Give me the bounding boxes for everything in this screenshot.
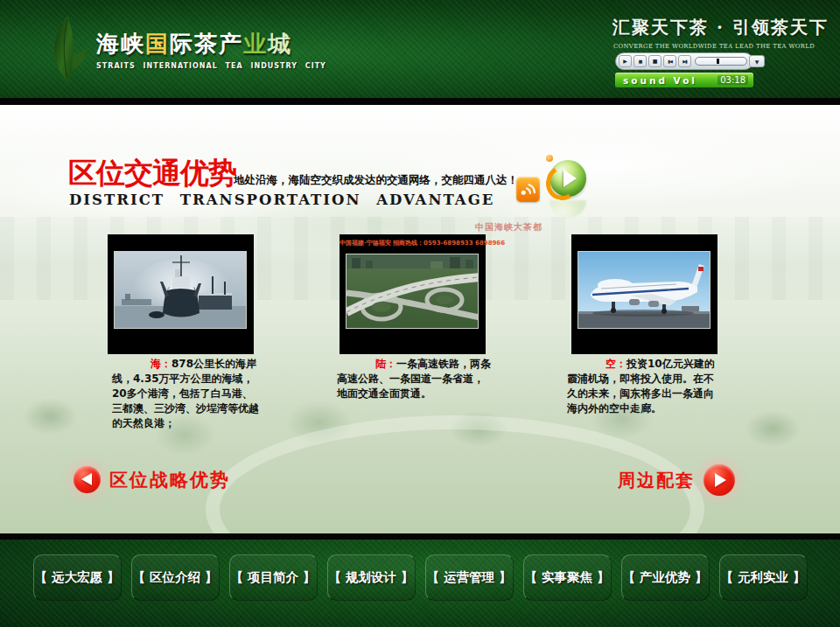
header: 海峡国际茶产业城 STRAITS INTERNATIONAL TEA INDUS… (0, 0, 840, 98)
stop-button[interactable]: ■ (648, 55, 662, 67)
caption-air: 空：投资10亿元兴建的霞浦机场，即将投入使用。在不久的未来，闽东将多出一条通向海… (567, 357, 723, 416)
video-panel-sea[interactable] (108, 234, 254, 354)
next-section-label[interactable]: 周边配套 (618, 469, 695, 492)
caption-sea-label: 海： (150, 358, 172, 370)
pause-button[interactable]: ▮▮ (634, 55, 647, 67)
prev-arrow-icon[interactable] (74, 466, 101, 493)
slogan: 汇聚天下茶 · 引领茶天下 CONVERGE THE WORLDWIDE TEA… (612, 16, 816, 50)
nav-button-vision[interactable]: 【 远大宏愿 】 (33, 554, 122, 601)
track-time: 03:18 (718, 75, 748, 85)
page-title-english: DISTRICT TRANSPORTATION ADVANTAGE (69, 192, 494, 208)
brand: 海峡国际茶产业城 STRAITS INTERNATIONAL TEA INDUS… (96, 29, 326, 70)
nav-button-news-focus[interactable]: 【 实事聚焦 】 (523, 554, 612, 601)
caption-sea-text: 878公里长的海岸线，4.35万平方公里的海域，20多个港湾，包括了白马港、三都… (112, 358, 259, 429)
previous-track-button[interactable]: ▮◀ (663, 55, 676, 67)
caption-land: 陆：一条高速铁路，两条高速公路、一条国道一条省道，地面交通全面贯通。 (337, 357, 491, 401)
cargo-ship-video[interactable] (114, 251, 247, 329)
nav-button-planning-design[interactable]: 【 规划设计 】 (327, 554, 416, 601)
caption-land-label: 陆： (375, 358, 396, 370)
caption-air-text: 投资10亿元兴建的霞浦机场，即将投入使用。在不久的未来，闽东将多出一条通向海内外… (567, 358, 715, 415)
slogan-en: CONVERGE THE WORLDWIDE TEA LEAD THE TEA … (612, 43, 816, 50)
nav-button-location-intro[interactable]: 【 区位介绍 】 (131, 554, 220, 601)
header-divider (0, 98, 840, 105)
right-triangle-icon (715, 473, 726, 487)
prev-section-link[interactable]: 区位战略优势 (74, 466, 230, 493)
next-track-button[interactable]: ▶▮ (678, 55, 691, 67)
media-player-icon[interactable] (544, 155, 588, 221)
site-title: 海峡国际茶产业城 (96, 29, 326, 59)
next-section-link[interactable]: 周边配套 (618, 464, 735, 496)
audio-player: ▶ ▮▮ ■ ▮◀ ▶▮ ▼ (615, 52, 753, 70)
prev-section-label[interactable]: 区位战略优势 (109, 468, 230, 492)
slogan-cn: 汇聚天下茶 · 引领茶天下 (612, 16, 816, 39)
nav-button-yuanli-industrial[interactable]: 【 元利实业 】 (719, 554, 808, 601)
media-player-orange-dot (546, 155, 553, 162)
page-title: 区位交通优势 (68, 154, 236, 193)
next-arrow-icon[interactable] (704, 464, 735, 496)
nav-button-project-brief[interactable]: 【 项目简介 】 (229, 554, 318, 601)
play-button[interactable]: ▶ (619, 55, 632, 67)
player-dropdown-button[interactable]: ▼ (749, 55, 765, 67)
nav-button-industry-advantage[interactable]: 【 产业优势 】 (621, 554, 710, 601)
media-player-reflection (550, 200, 586, 218)
footer-divider (0, 533, 840, 540)
video-panel-land[interactable]: 中国福建·宁德福安 招商热线：0593-6898933 6898966 (340, 234, 486, 354)
seek-slider[interactable] (695, 57, 747, 66)
highway-interchange-video[interactable] (346, 254, 479, 329)
footer-nav: 【 远大宏愿 】 【 区位介绍 】 【 项目简介 】 【 规划设计 】 【 运营… (0, 540, 840, 601)
site-subtitle: STRAITS INTERNATIONAL TEA INDUSTRY CITY (96, 62, 326, 70)
background-gate-sign: 中国海峡大茶都 (475, 221, 542, 233)
tea-leaf-logo-icon (46, 14, 89, 87)
seek-slider-thumb[interactable] (717, 59, 719, 64)
volume-bar: sound Vol 03:18 (615, 73, 753, 87)
sound-icon[interactable] (516, 177, 540, 202)
nav-button-operation-management[interactable]: 【 运营管理 】 (425, 554, 514, 601)
caption-land-text: 一条高速铁路，两条高速公路、一条国道一条省道，地面交通全面贯通。 (337, 358, 491, 400)
airport-plane-video[interactable] (578, 251, 710, 329)
page: 海峡国际茶产业城 STRAITS INTERNATIONAL TEA INDUS… (0, 0, 840, 627)
caption-air-label: 空： (606, 358, 626, 370)
video-overlay-hotline: 中国福建·宁德福安 招商热线：0593-6898933 6898966 (340, 239, 486, 247)
left-triangle-icon (81, 473, 92, 485)
volume-label: sound Vol (615, 75, 697, 86)
media-player-play-triangle-icon (564, 170, 577, 187)
video-panel-air[interactable] (571, 234, 718, 354)
page-title-description: 地处沿海，海陆空交织成发达的交通网络，交能四通八达！ (234, 173, 518, 188)
footer: 【 远大宏愿 】 【 区位介绍 】 【 项目简介 】 【 规划设计 】 【 运营… (0, 540, 840, 627)
main-content: 中国海峡大茶都 区位交通优势 地处沿海，海陆空交织成发达的交通网络，交能四通八达… (0, 105, 840, 533)
caption-sea: 海：878公里长的海岸线，4.35万平方公里的海域，20多个港湾，包括了白马港、… (112, 357, 262, 431)
